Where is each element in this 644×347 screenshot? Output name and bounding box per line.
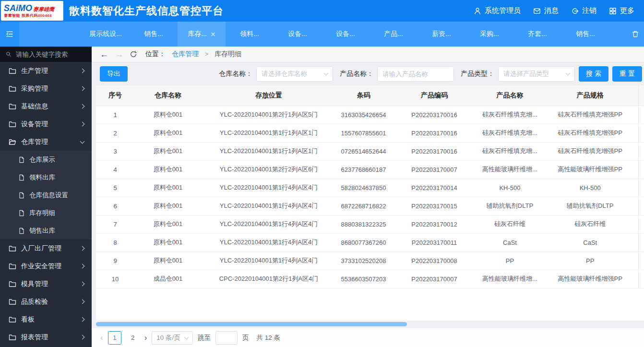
sidebar-item-6[interactable]: 作业安全管理 [0,257,92,275]
table-cell: 5828024637850 [336,179,391,197]
sidebar-subitem-2[interactable]: 仓库信息设置 [0,186,92,204]
table-row: 4原料仓001YLC-20220104001第2行2列A区6门623776866… [96,160,644,179]
table-cell: P202203170014 [391,179,477,197]
user-menu[interactable]: 系统管理员 [474,6,521,15]
logout-label: 注销 [582,6,596,15]
table-cell: P202203170007 [391,270,477,288]
sidebar-search-input[interactable] [16,51,86,58]
table-cell: 硅灰石纤维 [477,215,542,233]
sidebar-item-1[interactable]: 采购管理 [0,80,92,97]
sidebar-subitem-label: 库存明细 [29,209,55,217]
sidebar-item-label: 入厂出厂管理 [21,244,61,253]
table-cell: P202203170007 [391,160,477,179]
sidebar-item-9[interactable]: 看板 [0,311,92,328]
brand-subtitle: 赛摩智能 股票代码300466 [4,14,60,18]
sidebar-item-7[interactable]: 模具管理 [0,275,92,293]
column-header-2: 存放位置 [202,85,336,106]
table-cell: 1557607855601 [336,124,391,142]
horizontal-scrollbar-thumb[interactable] [96,322,407,326]
sidebar-subitem-3[interactable]: 库存明细 [0,204,92,222]
product-name-input[interactable] [377,66,454,82]
refresh-button[interactable] [130,50,137,58]
folder-icon [9,280,16,288]
tab-7[interactable]: 薪资... [417,22,465,47]
tab-8[interactable]: 采购... [465,22,513,47]
table-cell: YLC-20220104001第1行1列A区1门 [202,124,336,142]
breadcrumb-parent[interactable]: 仓库管理 [172,50,199,59]
table-cell: 6872268716822 [336,197,391,215]
table-cell: 原料仓001 [134,142,202,160]
tab-list: 展示线设...销售...库存...×领料...设备...设备...产品...薪资… [82,22,609,47]
table-cell: YLC-20220104001第2行2列A区6门 [202,160,336,179]
table-row: 3原料仓001YLC-20220104001第1行1列A区1门072651465… [96,142,644,160]
tab-label: 库存... [188,30,207,38]
sidebar-item-4[interactable]: 仓库管理 [0,133,92,151]
folder-icon [9,103,16,110]
jump-page-input[interactable] [215,331,238,345]
sidebar-item-2[interactable]: 基础信息 [0,97,92,115]
tab-10[interactable]: 销售... [561,22,609,47]
table-cell-extra [638,197,644,215]
tab-2[interactable]: 库存...× [178,22,226,47]
folder-icon [9,85,16,93]
content-area: ← → 位置： 仓库管理 > 库存明细 导出 仓库名称： 请选择仓库名称 产品名… [92,47,644,347]
tab-0[interactable]: 展示线设... [82,22,130,47]
tab-label: 销售... [144,30,163,38]
document-icon [18,156,25,163]
sidebar-subitem-4[interactable]: 销售出库 [0,222,92,239]
product-type-select[interactable]: 请选择产品类型 [498,66,575,82]
folder-icon [9,316,16,323]
sidebar-item-5[interactable]: 入厂出厂管理 [0,239,92,257]
export-button[interactable]: 导出 [100,66,128,82]
sidebar-subitem-1[interactable]: 领料出库 [0,168,92,186]
sidebar-item-0[interactable]: 生产管理 [0,62,92,80]
sidebar-item-label: 生产管理 [21,67,48,75]
table-cell: YLC-20220104001第1行4列A区4门 [202,251,336,270]
user-name: 系统管理员 [485,6,521,15]
prev-page-button[interactable]: ‹ [100,334,103,342]
tab-6[interactable]: 产品... [370,22,417,47]
page-button-2[interactable]: 2 [126,331,140,345]
tab-4[interactable]: 设备... [274,22,322,47]
more-button[interactable]: 更多 [609,6,634,15]
tab-label: 产品... [384,30,403,38]
table-cell: YLC-20220104001第1行4列A区4门 [202,179,336,197]
page-button-1[interactable]: 1 [108,331,121,345]
collapse-menu-icon [6,30,13,38]
table-header-row: 序号仓库名称存放位置条码产品编码产品名称产品规格 [96,85,644,106]
close-all-tabs-button[interactable] [632,22,639,47]
sidebar-item-10[interactable]: 报表管理 [0,328,92,346]
tab-label: 薪资... [432,30,451,38]
folder-icon [9,298,16,306]
warehouse-select[interactable]: 请选择仓库名称 [256,66,333,82]
table-cell: 6237768660187 [336,160,391,179]
tab-1[interactable]: 销售... [130,22,178,47]
next-page-button[interactable]: › [144,334,147,342]
forward-button[interactable]: → [115,50,123,59]
table-cell: 3 [96,142,134,160]
logout-button[interactable]: 注销 [571,6,596,15]
sidebar-item-3[interactable]: 设备管理 [0,115,92,133]
column-header-0: 序号 [96,85,134,106]
table-cell: P202203170008 [391,251,477,270]
back-button[interactable]: ← [100,50,108,59]
reset-button[interactable]: 重 置 [612,66,642,82]
sidebar-item-label: 设备管理 [21,120,48,129]
tab-3[interactable]: 领料... [226,22,274,47]
product-type-filter-label: 产品类型： [461,70,494,78]
tab-5[interactable]: 设备... [322,22,370,47]
sidebar-item-8[interactable]: 品质检验 [0,293,92,311]
page-size-select[interactable]: 10 条/页 [152,331,193,345]
sidebar-collapse-button[interactable] [0,22,19,47]
search-button[interactable]: 搜 索 [579,66,608,82]
table-cell: YLC-20220104001第2行1列A区5门 [202,106,336,124]
table-cell: 原料仓001 [134,160,202,179]
table-cell: 硅灰石纤维填充增强PP [542,142,638,160]
document-icon [18,192,25,199]
sidebar-subitem-0[interactable]: 仓库展示 [0,151,92,168]
messages-button[interactable]: 消息 [533,6,559,15]
tab-close-icon[interactable]: × [211,30,215,38]
user-icon [474,7,481,15]
pagination-bar: ‹ 1 2 › 10 条/页 跳至 页 共 12 条 [92,328,644,347]
tab-9[interactable]: 齐套... [513,22,561,47]
